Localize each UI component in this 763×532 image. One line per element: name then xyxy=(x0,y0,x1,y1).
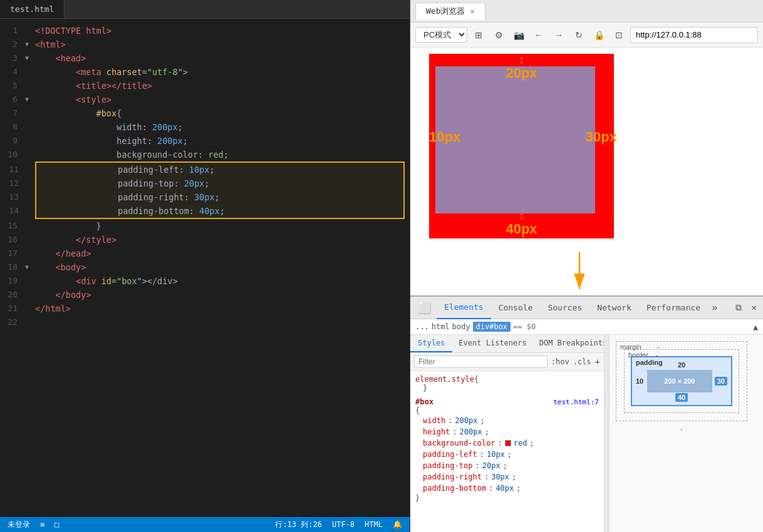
padding-right-box-val: 30 xyxy=(715,377,727,386)
devtools-tab-bar: ⬜ Elements Console Sources Network Perfo… xyxy=(410,297,763,319)
color-swatch-red xyxy=(505,440,511,446)
breadcrumb-body[interactable]: body xyxy=(452,322,470,331)
code-line-9: 9 height: 200px; xyxy=(0,134,410,148)
devtools-body: Styles Event Listeners DOM Breakpoints P… xyxy=(410,335,763,532)
code-editor[interactable]: test.html 1 <!DOCTYPE html> 2 ▼ <html> xyxy=(0,0,410,532)
browser-bookmark-btn[interactable]: ⊡ xyxy=(610,26,628,44)
code-line-11: 11 padding-left: 10px; xyxy=(1,163,403,176)
element-style-selector: element.style xyxy=(415,375,474,384)
filter-cls[interactable]: .cls xyxy=(573,357,591,366)
padding-right-label: 30px xyxy=(586,129,617,145)
devtools-cursor-icon[interactable]: ⬜ xyxy=(413,301,437,314)
padding-bottom-label: ↕ 40px xyxy=(506,211,537,237)
padding-top-arrow: ↕ xyxy=(519,55,524,65)
devtools-tab-more[interactable]: » xyxy=(708,302,722,314)
code-area[interactable]: 1 <!DOCTYPE html> 2 ▼ <html> 3 ▼ <head> xyxy=(0,19,410,517)
breadcrumb-html[interactable]: html xyxy=(432,322,450,331)
status-not-logged: 未登录 xyxy=(8,519,30,530)
code-line-4: 4 <meta charset="utf-8"> xyxy=(0,65,410,79)
devtools-panel: ⬜ Elements Console Sources Network Perfo… xyxy=(410,295,763,532)
browser-url-bar[interactable] xyxy=(630,27,758,43)
demo-red-box: ↕ 20px 10px 30px ↕ xyxy=(429,54,614,238)
code-line-7: 7 #box{ xyxy=(0,106,410,120)
devtools-tab-performance[interactable]: Performance xyxy=(639,297,708,319)
sub-tab-event-listeners[interactable]: Event Listeners xyxy=(452,335,532,352)
code-line-12: 12 padding-top: 20px; xyxy=(1,176,403,190)
browser-panel: Web浏览器 ✕ PC模式 ⊞ ⚙ 📷 ← → ↻ 🔒 ⊡ xyxy=(410,0,763,532)
styles-scrollbar xyxy=(605,335,610,532)
padding-bottom-arrow: ↕ xyxy=(519,211,524,221)
box-model-panel: margin - border - padding xyxy=(610,335,763,532)
code-line-21: 21 </html> xyxy=(0,302,410,315)
filter-input[interactable] xyxy=(414,356,548,368)
filter-hov[interactable]: :hov xyxy=(551,357,569,366)
box-padding-layer: padding 20 10 xyxy=(631,356,732,406)
browser-settings-btn[interactable]: ⚙ xyxy=(490,26,507,44)
code-line-22: 22 xyxy=(0,315,410,329)
filter-bar: :hov .cls + xyxy=(410,353,604,371)
breadcrumb-ellipsis: ... xyxy=(415,322,429,331)
status-encoding: UTF-8 xyxy=(332,520,355,529)
box-model-diagram: margin - border - padding xyxy=(616,341,747,434)
code-line-20: 20 </body> xyxy=(0,288,410,302)
status-bar: 未登录 ≡ □ 行:13 列:26 UTF-8 HTML 🔔 xyxy=(0,517,410,532)
padding-label: padding xyxy=(636,359,663,366)
browser-refresh-btn[interactable]: ↻ xyxy=(570,26,588,44)
highlighted-code-block: 11 padding-left: 10px; 12 padding-top: 2… xyxy=(35,161,405,219)
status-icon2: □ xyxy=(54,520,59,529)
status-language: HTML xyxy=(365,520,383,529)
status-position: 行:13 列:26 xyxy=(275,519,322,530)
editor-tab-bar: test.html xyxy=(0,0,410,19)
code-line-19: 19 <div id="box"></div> xyxy=(0,274,410,288)
box-margin-layer: margin - border - padding xyxy=(616,341,747,421)
browser-tab[interactable]: Web浏览器 ✕ xyxy=(415,3,485,20)
devtools-tab-network[interactable]: Network xyxy=(589,297,639,319)
styles-pane: Styles Event Listeners DOM Breakpoints P… xyxy=(410,335,605,532)
browser-lock-btn[interactable]: 🔒 xyxy=(590,26,608,44)
styles-content[interactable]: element.style { } #box test.html:7 xyxy=(410,371,604,532)
code-line-18: 18 ▼ <body> xyxy=(0,260,410,274)
sub-tab-styles[interactable]: Styles xyxy=(410,335,452,352)
editor-tab-label: test.html xyxy=(10,4,54,14)
box-style-rule: #box test.html:7 { width : 200px xyxy=(415,397,599,503)
code-line-16: 16 </style> xyxy=(0,233,410,247)
devtools-tab-sources[interactable]: Sources xyxy=(540,297,589,319)
browser-tab-close[interactable]: ✕ xyxy=(470,7,474,16)
devtools-tab-elements[interactable]: Elements xyxy=(437,297,491,319)
code-line-14: 14 padding-bottom: 40px; xyxy=(1,204,403,218)
status-bell: 🔔 xyxy=(393,520,402,529)
code-line-10: 10 background-color: red; xyxy=(0,148,410,161)
browser-content: ↕ 20px 10px 30px ↕ xyxy=(410,48,763,295)
code-line-2: 2 ▼ <html> xyxy=(0,38,410,51)
code-line-6: 6 ▼ <style> xyxy=(0,93,410,106)
devtools-scroll-up[interactable]: ▲ xyxy=(753,322,758,332)
devtools-undock-btn[interactable]: ⧉ xyxy=(732,300,745,315)
devtools-close-btn[interactable]: ✕ xyxy=(748,300,760,315)
code-line-15: 15 } xyxy=(0,219,410,233)
box-source[interactable]: test.html:7 xyxy=(553,398,599,406)
code-line-5: 5 <title></title> xyxy=(0,79,410,93)
filter-add[interactable]: + xyxy=(595,357,600,367)
browser-forward-btn[interactable]: → xyxy=(550,26,568,44)
code-line-13: 13 padding-right: 30px; xyxy=(1,190,403,204)
breadcrumb-selected[interactable]: div#box xyxy=(473,322,511,332)
sub-tab-bar: Styles Event Listeners DOM Breakpoints P… xyxy=(410,335,604,353)
browser-mode-select[interactable]: PC模式 xyxy=(415,27,467,43)
devtools-tab-console[interactable]: Console xyxy=(491,297,541,319)
box-content: 200 × 200 xyxy=(647,370,712,392)
browser-toggle-btn[interactable]: ⊞ xyxy=(470,26,487,44)
breadcrumb-note: == $0 xyxy=(513,322,536,331)
arrow-annotation xyxy=(567,245,605,295)
padding-left-label: 10px xyxy=(429,129,460,145)
browser-screenshot-btn[interactable]: 📷 xyxy=(510,26,527,44)
padding-top-label: ↕ 20px xyxy=(506,55,537,81)
browser-back-btn[interactable]: ← xyxy=(530,26,548,44)
element-style-rule: element.style { } xyxy=(415,375,599,392)
breadcrumb-bar: ... html body div#box == $0 ▲ xyxy=(410,319,763,335)
box-model-bottom-dash: - xyxy=(616,425,747,434)
padding-middle-row: 10 200 × 200 30 xyxy=(636,370,727,392)
box-border-layer: border - padding 20 xyxy=(624,349,739,413)
sub-tab-dom-breakpoints[interactable]: DOM Breakpoints xyxy=(533,335,604,352)
code-line-17: 17 </head> xyxy=(0,247,410,260)
editor-tab[interactable]: test.html xyxy=(0,0,65,18)
